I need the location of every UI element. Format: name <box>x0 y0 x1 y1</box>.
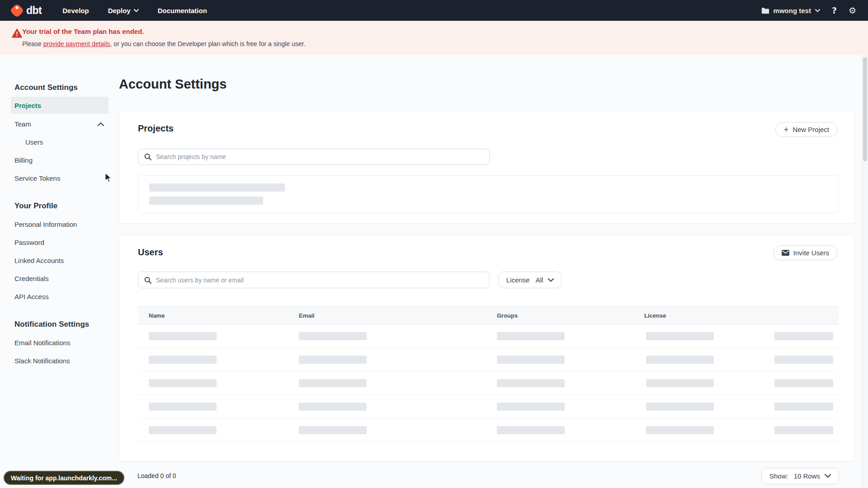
folder-icon <box>761 7 769 14</box>
plus-icon: + <box>784 126 789 134</box>
skeleton-bar <box>497 356 565 364</box>
sidebar-item-password[interactable]: Password <box>11 233 108 251</box>
sidebar-item-projects[interactable]: Projects <box>11 97 108 114</box>
skeleton-bar <box>299 403 367 411</box>
top-nav: dbt Develop Deploy Documentation mwong t… <box>0 0 868 21</box>
account-name: mwong test <box>774 7 811 14</box>
users-heading: Users <box>138 247 163 258</box>
projects-search-input[interactable] <box>156 153 483 160</box>
column-header-license: License <box>644 312 666 319</box>
new-project-button[interactable]: + New Project <box>775 122 838 137</box>
table-row <box>138 418 839 442</box>
skeleton-bar <box>774 332 833 340</box>
sidebar-heading-account-settings: Account Settings <box>11 82 108 93</box>
skeleton-bar <box>774 356 833 364</box>
envelope-icon <box>782 250 789 256</box>
users-table: Name Email Groups License <box>138 306 839 442</box>
dbt-logo-text: dbt <box>26 5 42 17</box>
skeleton-bar <box>497 332 565 340</box>
users-card: Users Invite Users License All Name Emai… <box>119 235 855 462</box>
skeleton-bar <box>149 379 217 387</box>
chevron-down-icon <box>815 9 820 12</box>
warning-icon <box>12 28 22 40</box>
sidebar-item-credentials[interactable]: Credentials <box>11 269 108 287</box>
table-row <box>138 395 839 418</box>
projects-card: Projects + New Project <box>119 111 855 224</box>
rows-per-page-value: 10 Rows <box>794 472 820 480</box>
skeleton-bar <box>497 426 565 434</box>
users-search-input[interactable] <box>156 277 483 284</box>
skeleton-bar <box>299 356 367 364</box>
sidebar-item-linked-accounts[interactable]: Linked Accounts <box>11 251 108 269</box>
sidebar-item-users[interactable]: Users <box>11 133 108 151</box>
sidebar-heading-notification-settings: Notification Settings <box>11 319 108 330</box>
trial-banner: Your trial of the Team plan has ended. P… <box>0 21 868 55</box>
dbt-logo[interactable]: dbt <box>12 5 42 17</box>
settings-sidebar: Account Settings Projects Team Users Bil… <box>11 82 108 370</box>
skeleton-bar <box>149 332 217 340</box>
chevron-down-icon <box>134 9 139 12</box>
sidebar-item-personal-information[interactable]: Personal Information <box>11 215 108 233</box>
nav-item-documentation[interactable]: Documentation <box>158 7 207 14</box>
rows-per-page-dropdown[interactable]: Show: 10 Rows <box>761 468 839 484</box>
license-filter-value: All <box>536 276 543 284</box>
skeleton-bar <box>646 426 714 434</box>
projects-loading-skeleton <box>138 175 839 213</box>
sidebar-item-slack-notifications[interactable]: Slack Notifications <box>11 352 108 370</box>
browser-status-bubble: Waiting for app.launchdarkly.com... <box>4 471 124 485</box>
skeleton-bar <box>646 379 714 387</box>
search-icon <box>144 277 151 284</box>
skeleton-bar <box>299 379 367 387</box>
scrollbar-thumb[interactable] <box>863 57 867 161</box>
skeleton-bar <box>149 183 285 192</box>
skeleton-bar <box>149 356 217 364</box>
nav-menu: Develop Deploy Documentation <box>62 7 207 14</box>
account-picker[interactable]: mwong test <box>761 7 820 14</box>
sidebar-item-email-notifications[interactable]: Email Notifications <box>11 333 108 352</box>
skeleton-bar <box>299 426 367 434</box>
users-search <box>138 272 490 288</box>
loaded-count-text: Loaded 0 of 0 <box>137 472 176 479</box>
users-table-header: Name Email Groups License <box>138 306 839 324</box>
nav-right: mwong test ? ⚙ <box>761 6 856 15</box>
sidebar-item-service-tokens[interactable]: Service Tokens <box>11 169 108 187</box>
skeleton-bar <box>149 197 263 205</box>
skeleton-bar <box>774 426 833 434</box>
skeleton-bar <box>497 403 565 411</box>
nav-item-develop[interactable]: Develop <box>62 7 89 14</box>
dbt-logo-icon <box>9 3 24 18</box>
projects-heading: Projects <box>138 123 174 134</box>
sidebar-item-billing[interactable]: Billing <box>11 151 108 169</box>
table-row <box>138 371 839 395</box>
column-header-groups: Groups <box>497 312 518 319</box>
skeleton-bar <box>774 379 833 387</box>
search-icon <box>144 153 151 160</box>
page-title: Account Settings <box>119 77 226 92</box>
nav-item-deploy[interactable]: Deploy <box>108 7 139 14</box>
banner-title: Your trial of the Team plan has ended. <box>22 28 144 35</box>
column-header-name: Name <box>149 312 165 319</box>
skeleton-bar <box>299 332 367 340</box>
sidebar-heading-your-profile: Your Profile <box>11 201 108 211</box>
skeleton-bar <box>774 403 833 411</box>
sidebar-item-team[interactable]: Team <box>11 115 108 133</box>
chevron-up-icon <box>98 122 104 126</box>
skeleton-bar <box>646 403 714 411</box>
skeleton-bar <box>497 379 565 387</box>
banner-body: Please provide payment details, or you c… <box>22 40 306 47</box>
column-header-email: Email <box>299 312 315 319</box>
gear-icon[interactable]: ⚙ <box>849 6 856 15</box>
chevron-down-icon <box>548 278 554 282</box>
skeleton-bar <box>149 403 217 411</box>
license-filter-dropdown[interactable]: License All <box>498 272 562 288</box>
table-row <box>138 324 839 348</box>
invite-users-button[interactable]: Invite Users <box>773 245 838 260</box>
skeleton-bar <box>646 356 714 364</box>
chevron-down-icon <box>825 474 831 478</box>
sidebar-item-api-access[interactable]: API Access <box>11 287 108 305</box>
help-icon[interactable]: ? <box>832 6 837 15</box>
skeleton-bar <box>149 426 217 434</box>
payment-details-link[interactable]: provide payment details <box>43 40 110 47</box>
scrollbar-track[interactable] <box>862 55 868 488</box>
table-row <box>138 348 839 371</box>
